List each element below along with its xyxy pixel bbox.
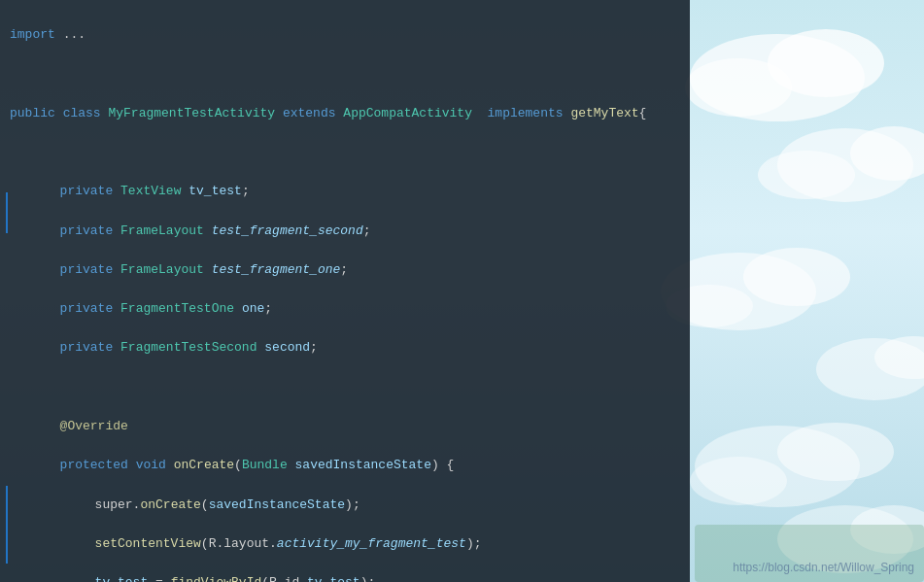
- gutter-indicator-2: [6, 486, 8, 564]
- line-field1: private TextView tv_test;: [10, 182, 690, 201]
- line-field2: private FrameLayout test_fragment_second…: [10, 222, 690, 241]
- line-super: super.onCreate(savedInstanceState);: [10, 496, 690, 515]
- svg-point-5: [758, 151, 855, 199]
- line-oncreate-decl: protected void onCreate(Bundle savedInst…: [10, 456, 690, 475]
- line-blank3: [10, 378, 690, 397]
- code-content: import ... public class MyFragmentTestAc…: [0, 0, 690, 582]
- line-findview1: tv_test = findViewById(R.id.tv_test);: [10, 573, 690, 582]
- line-field3: private FrameLayout test_fragment_one;: [10, 260, 690, 280]
- line-class-decl: public class MyFragmentTestActivity exte…: [10, 104, 690, 123]
- line-blank1: [10, 64, 690, 84]
- line-field4: private FragmentTestOne one;: [10, 299, 690, 319]
- watermark: https://blog.csdn.net/Willow_Spring: [733, 561, 914, 574]
- line-blank2: [10, 143, 690, 162]
- svg-point-13: [690, 457, 787, 505]
- line-setcontent: setContentView(R.layout.activity_my_frag…: [10, 534, 690, 554]
- line-import: import ...: [10, 25, 690, 45]
- line-annotation1: @Override: [10, 417, 690, 436]
- svg-point-2: [685, 58, 792, 117]
- gutter-indicator-1: [6, 192, 8, 233]
- code-editor: import ... public class MyFragmentTestAc…: [0, 0, 690, 582]
- svg-point-7: [743, 248, 850, 306]
- svg-point-12: [777, 423, 894, 481]
- line-field5: private FragmentTestSecond second;: [10, 338, 690, 358]
